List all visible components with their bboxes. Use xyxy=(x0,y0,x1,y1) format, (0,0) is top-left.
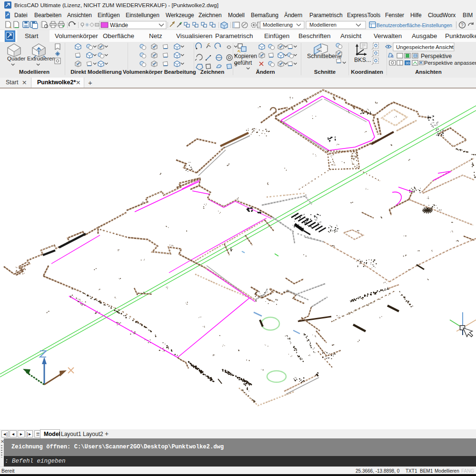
svg-text:Quader: Quader xyxy=(7,56,26,61)
svg-text:Kopieren: Kopieren xyxy=(234,53,257,60)
svg-text:Extrudieren: Extrudieren xyxy=(27,56,55,61)
svg-text:Perspektive anpassen: Perspektive anpassen xyxy=(424,60,476,66)
svg-text:Perspektive: Perspektive xyxy=(421,53,452,60)
svg-text:?: ? xyxy=(461,23,464,28)
svg-text:BKS...: BKS... xyxy=(354,57,371,63)
svg-text:3D: 3D xyxy=(406,61,410,65)
svg-text:Wände: Wände xyxy=(110,22,128,29)
svg-text:Ungespeicherte Ansicht: Ungespeicherte Ansicht xyxy=(396,44,454,50)
svg-text:B: B xyxy=(391,55,394,58)
svg-text:geführt: geführt xyxy=(234,60,252,66)
svg-text:Modellieren: Modellieren xyxy=(309,22,337,28)
svg-text:Benutzeroberfläche-Einstellung: Benutzeroberfläche-Einstellungen xyxy=(377,22,452,28)
svg-text:Modellierung: Modellierung xyxy=(263,22,293,28)
